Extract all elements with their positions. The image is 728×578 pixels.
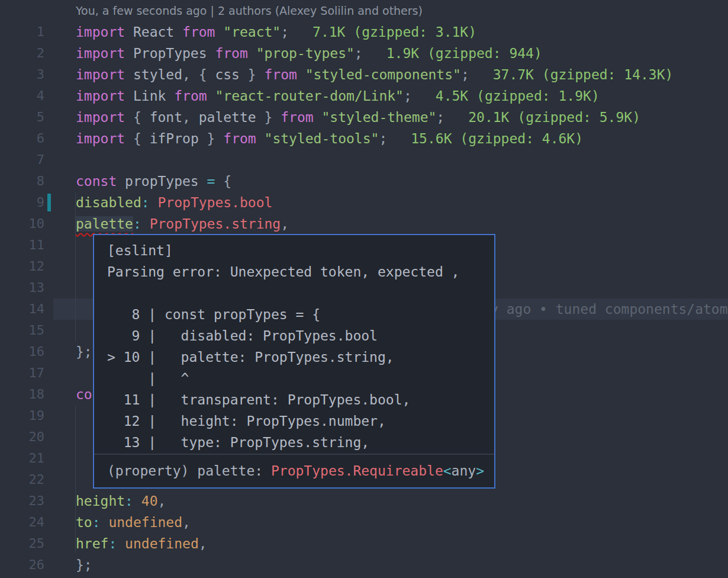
code-token: from <box>281 110 321 125</box>
indent-guide <box>75 406 76 553</box>
code-token: < <box>443 463 452 479</box>
code-editor[interactable]: You, a few seconds ago | 2 authors (Alex… <box>0 0 728 578</box>
line-number[interactable]: 25 <box>0 533 44 554</box>
code-token: palette <box>76 216 133 232</box>
line-number[interactable]: 24 <box>0 512 44 533</box>
line-number[interactable]: 21 <box>0 448 44 469</box>
code-text: href: undefined, <box>76 533 207 554</box>
code-token: "react-router-dom/Link" <box>215 88 404 104</box>
tooltip-frame-line: 8 | const propTypes = { <box>107 304 492 325</box>
line-number[interactable]: 4 <box>0 85 44 107</box>
line-number[interactable]: 17 <box>0 362 44 384</box>
code-token: PropTypes.Requireable <box>271 463 443 479</box>
code-token: Link <box>133 88 174 104</box>
code-text: co <box>76 384 92 405</box>
code-line[interactable]: 2import PropTypes from "prop-types";1.9K… <box>0 43 728 64</box>
code-token: } <box>240 67 265 82</box>
code-token: } <box>199 131 224 146</box>
import-cost-annotation: 20.1K (gzipped: 5.9K) <box>468 110 640 125</box>
code-line[interactable]: 5import { font, palette } from "styled-t… <box>0 107 728 128</box>
code-text: }; <box>76 341 92 362</box>
line-number[interactable]: 11 <box>0 235 44 256</box>
code-line[interactable]: 9 disabled: PropTypes.bool <box>0 192 728 213</box>
line-number[interactable]: 1 <box>0 21 44 43</box>
code-token: = <box>207 174 224 189</box>
line-number[interactable]: 7 <box>0 149 44 171</box>
code-token: font <box>150 110 182 125</box>
line-number[interactable]: 8 <box>0 171 44 192</box>
code-line[interactable]: 26}; <box>0 554 728 576</box>
code-token: ; <box>379 131 387 146</box>
line-number[interactable]: 12 <box>0 256 44 277</box>
line-number[interactable]: 2 <box>0 43 44 64</box>
code-token: undefined <box>125 536 199 551</box>
code-token: propTypes <box>125 174 207 189</box>
code-text: import React from "react"; <box>76 21 289 43</box>
line-number[interactable]: 26 <box>0 554 44 576</box>
code-token <box>101 515 109 530</box>
code-token: > <box>476 463 484 479</box>
line-number[interactable]: 22 <box>0 469 44 490</box>
line-number[interactable]: 23 <box>0 490 44 512</box>
code-line[interactable]: 25 href: undefined, <box>0 533 728 554</box>
code-token: { <box>133 110 150 125</box>
line-number[interactable]: 19 <box>0 405 44 426</box>
gitlens-authors-annotation[interactable]: You, a few seconds ago | 2 authors (Alex… <box>0 0 728 21</box>
line-number[interactable]: 9 <box>0 192 44 213</box>
line-number[interactable]: 10 <box>0 213 44 235</box>
code-token: undefined <box>108 515 182 530</box>
code-token: React <box>133 24 182 40</box>
code-token: , <box>182 515 191 530</box>
code-line[interactable]: 1import React from "react";7.1K (gzipped… <box>0 21 728 43</box>
line-number[interactable]: 15 <box>0 320 44 341</box>
tooltip-frame-line: 12 | height: PropTypes.number, <box>107 410 492 432</box>
code-token: "react" <box>223 24 281 40</box>
tooltip-frame-line: | ^ <box>107 368 492 389</box>
code-token: "styled-components" <box>305 67 461 82</box>
code-text: const propTypes = { <box>76 171 231 192</box>
tooltip-frame-line: > 10 | palette: PropTypes.string, <box>107 346 492 368</box>
line-number[interactable]: 16 <box>0 341 44 362</box>
line-number[interactable]: 14 <box>0 298 44 320</box>
code-line[interactable]: 4import Link from "react-router-dom/Link… <box>0 85 728 107</box>
line-number[interactable]: 20 <box>0 426 44 448</box>
code-line[interactable]: 6import { ifProp } from "styled-tools";1… <box>0 128 728 149</box>
code-text: import { ifProp } from "styled-tools"; <box>76 128 387 149</box>
error-tooltip: [eslint] Parsing error: Unexpected token… <box>93 234 495 489</box>
line-number[interactable]: 18 <box>0 384 44 405</box>
code-token: "styled-tools" <box>265 131 379 146</box>
line-number[interactable]: 13 <box>0 277 44 298</box>
code-token: , <box>182 110 199 125</box>
code-line[interactable]: 24 to: undefined, <box>0 512 728 533</box>
import-cost-annotation: 1.9K (gzipped: 944) <box>386 46 542 61</box>
line-number[interactable]: 3 <box>0 64 44 85</box>
code-token: from <box>265 67 305 82</box>
code-line[interactable]: 7 <box>0 149 728 171</box>
code-token: import <box>76 110 133 125</box>
tooltip-frame-line: 11 | transparent: PropTypes.bool, <box>107 389 492 410</box>
code-token <box>150 195 158 210</box>
import-cost-annotation: 15.6K (gzipped: 4.6K) <box>411 131 583 146</box>
code-token: : <box>108 536 117 551</box>
line-number[interactable]: 6 <box>0 128 44 149</box>
tooltip-property-signature: (property) palette: PropTypes.Requireabl… <box>94 455 494 481</box>
code-line[interactable]: 23 height: 40, <box>0 490 728 512</box>
code-token: any <box>452 463 476 479</box>
code-token: { <box>133 131 150 146</box>
code-token: (property) palette: <box>107 463 271 479</box>
code-token: import <box>76 24 133 40</box>
tooltip-message: Parsing error: Unexpected token, expecte… <box>107 261 492 282</box>
code-token <box>133 493 141 509</box>
code-line[interactable]: 8const propTypes = { <box>0 171 728 192</box>
line-number[interactable]: 5 <box>0 107 44 128</box>
code-token: { <box>223 174 231 189</box>
code-token: , <box>281 216 289 232</box>
code-line[interactable]: 10 palette: PropTypes.string, <box>0 213 728 235</box>
code-token: const <box>76 174 125 189</box>
code-text: import Link from "react-router-dom/Link"… <box>76 85 412 107</box>
code-text: import styled, { css } from "styled-comp… <box>76 64 469 85</box>
code-token: PropTypes.string <box>150 216 281 232</box>
code-token: ; <box>436 110 444 125</box>
code-line[interactable]: 3import styled, { css } from "styled-com… <box>0 64 728 85</box>
code-token: "prop-types" <box>256 46 355 61</box>
